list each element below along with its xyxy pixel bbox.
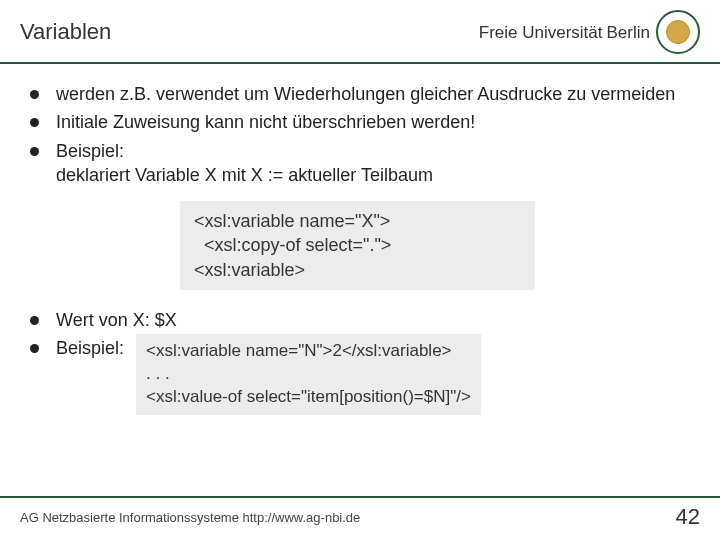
bullet-icon <box>30 316 39 325</box>
bullet-text: werden z.B. verwendet um Wiederholungen … <box>56 84 675 104</box>
bullet-text: Wert von X: $X <box>56 310 177 330</box>
seal-inner-icon <box>666 20 690 44</box>
logo-text-city: Berlin <box>607 24 650 41</box>
bullet-text: Beispiel: <box>56 336 124 360</box>
bullet-list-upper: werden z.B. verwendet um Wiederholungen … <box>30 82 690 187</box>
slide-content: werden z.B. verwendet um Wiederholungen … <box>0 64 720 415</box>
seal-icon <box>656 10 700 54</box>
list-item: Beispiel: deklariert Variable X mit X :=… <box>30 139 690 188</box>
slide-footer: AG Netzbasierte Informationssysteme http… <box>0 496 720 540</box>
bullet-icon <box>30 90 39 99</box>
bullet-list-lower: Wert von X: $X Beispiel: <xsl:variable n… <box>30 308 690 415</box>
list-item: werden z.B. verwendet um Wiederholungen … <box>30 82 690 106</box>
slide-title: Variablen <box>20 19 111 45</box>
page-number: 42 <box>676 504 700 530</box>
bullet-text: Initiale Zuweisung kann nicht überschrie… <box>56 112 475 132</box>
slide-header: Variablen Freie Universität Berlin <box>0 0 720 64</box>
logo-text: Freie Universität Berlin <box>479 24 650 41</box>
bullet-icon <box>30 118 39 127</box>
bullet-text: Beispiel: deklariert Variable X mit X :=… <box>56 141 433 185</box>
logo-text-pre: Freie Universität <box>479 24 603 41</box>
list-item: Beispiel: <xsl:variable name="N">2</xsl:… <box>30 336 690 415</box>
bullet-icon <box>30 147 39 156</box>
list-item: Wert von X: $X <box>30 308 690 332</box>
list-item: Initiale Zuweisung kann nicht überschrie… <box>30 110 690 134</box>
bullet-icon <box>30 344 39 353</box>
footer-text: AG Netzbasierte Informationssysteme http… <box>20 510 360 525</box>
code-block-1: <xsl:variable name="X"> <xsl:copy-of sel… <box>180 201 535 290</box>
code-block-2: <xsl:variable name="N">2</xsl:variable> … <box>136 334 481 415</box>
university-logo: Freie Universität Berlin <box>479 10 700 54</box>
